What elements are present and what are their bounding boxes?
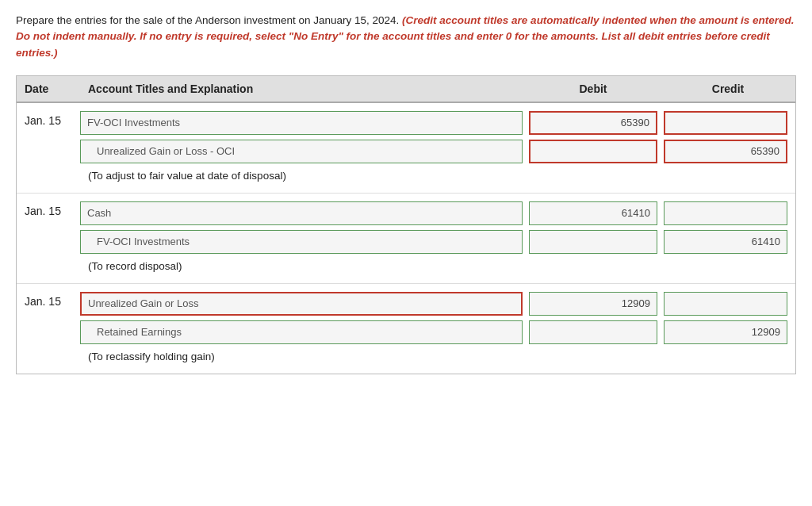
credit-input[interactable] — [664, 201, 787, 225]
header-debit: Debit — [526, 82, 661, 95]
account-field-container — [80, 292, 526, 316]
journal-section-3: Jan. 15 (To — [17, 284, 795, 374]
credit-input[interactable] — [664, 230, 787, 254]
debit-input[interactable] — [529, 111, 657, 135]
header-credit: Credit — [661, 82, 795, 95]
credit-field-container — [661, 140, 795, 163]
account-input[interactable] — [80, 230, 523, 254]
note-row: (To record disposal) — [17, 259, 795, 278]
account-input[interactable] — [80, 111, 523, 135]
debit-field-container — [526, 140, 661, 163]
account-input[interactable] — [80, 292, 523, 316]
note-text: (To record disposal) — [80, 259, 795, 278]
credit-input[interactable] — [664, 292, 787, 316]
journal-section-1: Jan. 15 (To — [17, 103, 795, 194]
date-spacer — [17, 320, 80, 324]
entry-row — [17, 320, 795, 344]
account-field-container — [80, 140, 526, 163]
header-date: Date — [17, 82, 80, 95]
debit-field-container — [526, 201, 661, 225]
entry-row: Jan. 15 — [17, 292, 795, 316]
date-label: Jan. 15 — [17, 201, 80, 217]
credit-input[interactable] — [664, 140, 787, 163]
date-spacer — [17, 230, 80, 233]
debit-field-container — [526, 111, 661, 135]
credit-field-container — [661, 111, 795, 135]
account-field-container — [80, 111, 526, 135]
credit-field-container — [661, 292, 795, 316]
note-text: (To reclassify holding gain) — [80, 349, 795, 369]
account-input[interactable] — [80, 320, 523, 344]
table-header: Date Account Titles and Explanation Debi… — [17, 76, 795, 103]
account-field-container — [80, 320, 526, 344]
date-label: Jan. 15 — [17, 292, 80, 308]
debit-field-container — [526, 230, 661, 254]
credit-input[interactable] — [664, 111, 787, 135]
credit-field-container — [661, 201, 795, 225]
account-field-container — [80, 201, 526, 225]
entry-row: Jan. 15 — [17, 201, 795, 225]
debit-field-container — [526, 292, 661, 316]
debit-input[interactable] — [529, 230, 657, 254]
account-field-container — [80, 230, 526, 254]
journal-table: Date Account Titles and Explanation Debi… — [16, 75, 796, 374]
account-input[interactable] — [80, 140, 523, 163]
instructions-block: Prepare the entries for the sale of the … — [16, 13, 796, 61]
debit-field-container — [526, 320, 661, 344]
debit-input[interactable] — [529, 201, 657, 225]
note-text: (To adjust to fair value at date of disp… — [80, 168, 795, 188]
debit-input[interactable] — [529, 292, 657, 316]
entry-row — [17, 230, 795, 254]
note-row: (To reclassify holding gain) — [17, 349, 795, 369]
entry-row: Jan. 15 — [17, 111, 795, 135]
date-spacer — [17, 140, 80, 143]
account-input[interactable] — [80, 201, 523, 225]
debit-input[interactable] — [529, 320, 657, 344]
instructions-prefix: Prepare the entries for the sale of the … — [16, 14, 399, 26]
debit-input[interactable] — [529, 140, 657, 163]
note-row: (To adjust to fair value at date of disp… — [17, 168, 795, 188]
header-account: Account Titles and Explanation — [80, 82, 526, 95]
entry-row — [17, 140, 795, 163]
date-label: Jan. 15 — [17, 111, 80, 127]
credit-field-container — [661, 230, 795, 254]
journal-section-2: Jan. 15 (To — [17, 194, 795, 284]
credit-field-container — [661, 320, 795, 344]
credit-input[interactable] — [664, 320, 787, 344]
